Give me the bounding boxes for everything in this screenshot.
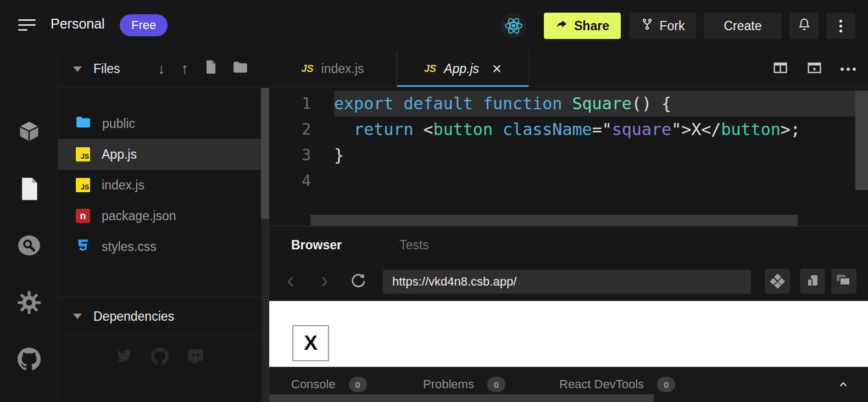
- tab-tests[interactable]: Tests: [399, 238, 429, 253]
- tab-indexjs[interactable]: JS index.js: [269, 51, 397, 87]
- explorer-file-icon[interactable]: [16, 176, 41, 201]
- share-label: Share: [574, 19, 609, 34]
- settings-gear-icon[interactable]: [16, 290, 41, 315]
- new-file-icon[interactable]: [204, 60, 217, 78]
- code-editor[interactable]: 1export default function Square() {2 ret…: [269, 87, 868, 226]
- editor-vscrollbar[interactable]: [855, 91, 868, 190]
- bell-icon: [797, 17, 811, 35]
- top-header: Personal Free Share: [0, 0, 868, 51]
- forward-icon[interactable]: ›: [321, 267, 328, 293]
- deploy-rocket-icon[interactable]: [16, 399, 41, 402]
- share-arrow-icon: [555, 18, 568, 34]
- fork-button[interactable]: Fork: [629, 13, 696, 39]
- js-icon: JS: [301, 63, 313, 75]
- npm-file-icon: n: [76, 209, 90, 223]
- code-line[interactable]: 3}: [269, 142, 868, 168]
- file-row-appjs[interactable]: JS App.js: [58, 139, 261, 170]
- duplicate-preview-icon[interactable]: [800, 269, 825, 294]
- react-logo-icon: [500, 13, 526, 38]
- discord-icon[interactable]: [186, 348, 205, 367]
- chevron-down-icon[interactable]: [73, 314, 82, 319]
- preview-tabbar: Browser Tests: [269, 227, 868, 263]
- file-name: App.js: [102, 147, 137, 162]
- search-icon[interactable]: [16, 233, 41, 258]
- console-scrollbar[interactable]: [269, 394, 654, 402]
- tab-browser[interactable]: Browser: [291, 238, 342, 253]
- split-editor-icon[interactable]: [772, 60, 788, 78]
- dependencies-header[interactable]: Dependencies: [58, 297, 261, 336]
- refresh-icon[interactable]: [349, 272, 367, 292]
- folder-icon: [76, 115, 91, 132]
- chevron-down-icon[interactable]: [73, 66, 82, 72]
- codesandbox-app: Personal Free Share: [0, 0, 868, 402]
- file-name: index.js: [102, 178, 144, 193]
- github-icon[interactable]: [16, 347, 41, 371]
- code-line[interactable]: 1export default function Square() {: [269, 91, 868, 116]
- back-icon[interactable]: ‹: [287, 267, 294, 293]
- activity-rail: [0, 51, 58, 402]
- editor-hscrollbar[interactable]: [310, 215, 798, 226]
- open-in-new-window-icon[interactable]: [831, 269, 856, 294]
- tab-appjs-active[interactable]: JS App.js ×: [397, 51, 529, 87]
- browser-preview: X: [269, 301, 868, 367]
- file-row-packagejson[interactable]: n package.json: [58, 200, 261, 231]
- upload-icon[interactable]: ↑: [181, 60, 189, 77]
- responsive-mode-icon[interactable]: [765, 269, 790, 294]
- file-name: package.json: [102, 209, 176, 224]
- js-file-icon: JS: [76, 178, 90, 192]
- notifications-button[interactable]: [789, 13, 819, 39]
- preview-pane-icon[interactable]: [806, 60, 822, 78]
- code-line[interactable]: 4: [269, 168, 868, 194]
- fork-icon: [641, 18, 654, 34]
- files-scrollbar-thumb[interactable]: [261, 88, 269, 219]
- problems-count-badge: 0: [487, 377, 505, 392]
- create-button[interactable]: Create: [704, 13, 782, 39]
- download-icon[interactable]: ↓: [158, 60, 165, 77]
- devtools-count-badge: 0: [657, 377, 675, 392]
- editor-more-icon[interactable]: [841, 68, 856, 71]
- file-tree: public JS App.js JS index.js n package.j…: [58, 108, 261, 262]
- preview-square-button[interactable]: X: [292, 325, 329, 361]
- plan-badge: Free: [120, 14, 168, 36]
- file-row-indexjs[interactable]: JS index.js: [58, 170, 261, 200]
- fork-label: Fork: [660, 19, 685, 34]
- react-devtools-tab[interactable]: React DevTools 0: [559, 377, 675, 392]
- create-label: Create: [724, 19, 761, 34]
- more-options-button[interactable]: [826, 13, 855, 39]
- code-lines: 1export default function Square() {2 ret…: [269, 91, 868, 194]
- new-folder-icon[interactable]: [233, 60, 248, 77]
- file-name: styles.css: [102, 239, 157, 254]
- sandbox-cube-icon[interactable]: [16, 119, 41, 144]
- code-line[interactable]: 2 return <button className="square">X</b…: [269, 116, 868, 142]
- workspace-label[interactable]: Personal: [51, 16, 105, 32]
- css-file-icon: [76, 238, 90, 255]
- twitter-icon[interactable]: [115, 348, 133, 367]
- menu-icon[interactable]: [18, 19, 36, 31]
- dependencies-title: Dependencies: [93, 309, 174, 324]
- close-tab-icon[interactable]: ×: [492, 61, 502, 77]
- console-tab[interactable]: Console 0: [291, 377, 367, 392]
- js-file-icon: JS: [76, 147, 90, 161]
- files-header[interactable]: Files ↓ ↑: [58, 51, 261, 87]
- social-links: [58, 348, 261, 367]
- problems-tab[interactable]: Problems 0: [423, 377, 505, 392]
- expand-console-icon[interactable]: [837, 378, 849, 393]
- console-count-badge: 0: [349, 377, 367, 392]
- files-title: Files: [93, 62, 120, 76]
- url-input[interactable]: [383, 270, 751, 294]
- editor-tabbar: JS index.js JS App.js ×: [269, 51, 868, 87]
- js-icon: JS: [424, 63, 436, 75]
- file-row-public[interactable]: public: [58, 108, 261, 139]
- files-panel: Files ↓ ↑ public JS App.js: [58, 51, 261, 402]
- file-row-stylescss[interactable]: styles.css: [58, 231, 261, 262]
- share-button[interactable]: Share: [544, 13, 621, 39]
- console-bar: Console 0 Problems 0 React DevTools 0: [269, 367, 868, 402]
- browser-toolbar: ‹ ›: [269, 263, 868, 301]
- github-link-icon[interactable]: [151, 348, 169, 367]
- file-name: public: [102, 116, 135, 131]
